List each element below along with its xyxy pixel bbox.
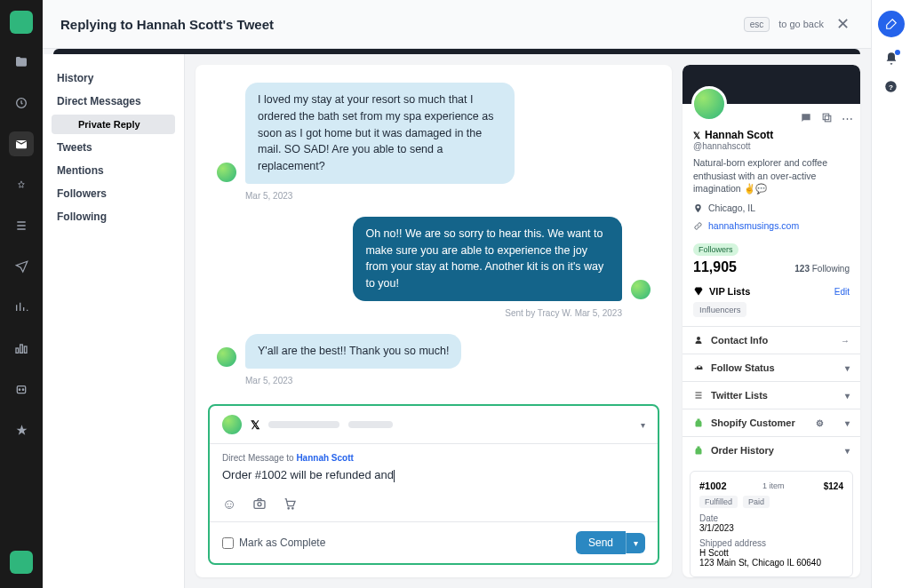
nav-private-reply[interactable]: Private Reply bbox=[52, 115, 175, 134]
esc-key-badge: esc bbox=[744, 17, 770, 32]
nav-direct-messages[interactable]: Direct Messages bbox=[43, 90, 184, 113]
svg-rect-7 bbox=[254, 501, 265, 509]
link-icon bbox=[693, 221, 703, 231]
modal-header: Replying to Hannah Scott's Tweet esc to … bbox=[43, 0, 871, 49]
accordion-shopify-customer[interactable]: Shopify Customer ⚙ ▾ bbox=[682, 409, 860, 437]
nav-chart-icon[interactable] bbox=[9, 336, 34, 361]
accordion-follow-status[interactable]: Follow Status ▾ bbox=[682, 354, 860, 382]
message-sent: Oh no!! We are so sorry to hear this. We… bbox=[217, 217, 651, 301]
nav-history[interactable]: History bbox=[43, 67, 184, 90]
nav-dashboard-icon[interactable] bbox=[9, 91, 34, 115]
chevron-down-icon: ▾ bbox=[845, 446, 850, 456]
ship-name: H Scott bbox=[699, 548, 843, 558]
compose-textarea[interactable]: Order #1002 will be refunded and bbox=[222, 468, 645, 482]
message-timestamp: Mar 5, 2023 bbox=[245, 191, 651, 201]
svg-rect-3 bbox=[24, 346, 27, 353]
accordion-order-history[interactable]: Order History ▾ bbox=[682, 437, 860, 464]
page-title: Replying to Hannah Scott's Tweet bbox=[60, 17, 735, 32]
nav-pin-icon[interactable] bbox=[9, 172, 34, 197]
svg-rect-2 bbox=[20, 345, 23, 353]
avatar bbox=[217, 347, 236, 367]
app-logo[interactable] bbox=[10, 11, 33, 34]
recipient-link[interactable]: Hannah Scott bbox=[296, 453, 353, 463]
accordion-contact-info[interactable]: Contact Info → bbox=[682, 327, 860, 354]
profile-panel: ⋯ 𝕏 Hannah Scott @hannahscott Natural-bo… bbox=[682, 65, 860, 577]
profile-banner: ⋯ bbox=[682, 65, 860, 104]
close-icon[interactable]: ✕ bbox=[833, 11, 853, 37]
profile-url[interactable]: hannahsmusings.com bbox=[708, 220, 799, 231]
nav-tweets[interactable]: Tweets bbox=[43, 136, 184, 159]
nav-followers[interactable]: Followers bbox=[43, 182, 184, 205]
arrow-right-icon: → bbox=[841, 336, 850, 346]
chevron-down-icon: ▾ bbox=[845, 391, 850, 401]
shopify-icon bbox=[693, 445, 704, 456]
gear-icon[interactable]: ⚙ bbox=[816, 418, 824, 428]
vip-lists-label: VIP Lists bbox=[709, 286, 750, 297]
avatar bbox=[631, 280, 651, 299]
camera-icon[interactable] bbox=[252, 497, 267, 513]
right-rail: ? bbox=[871, 0, 910, 588]
order-items: 1 item bbox=[762, 481, 785, 490]
vip-edit-link[interactable]: Edit bbox=[834, 287, 850, 297]
bottom-logo[interactable] bbox=[10, 551, 33, 574]
message-icon[interactable] bbox=[800, 112, 812, 125]
order-status-paid: Paid bbox=[743, 496, 770, 508]
nav-list-icon[interactable] bbox=[9, 213, 34, 238]
nav-analytics-icon[interactable] bbox=[9, 295, 34, 320]
dm-recipient: Direct Message to Hannah Scott bbox=[222, 453, 645, 463]
profile-name: Hannah Scott bbox=[705, 129, 773, 141]
diamond-icon bbox=[693, 286, 704, 297]
followers-badge: Followers bbox=[693, 243, 738, 256]
svg-rect-12 bbox=[823, 114, 829, 120]
help-icon[interactable]: ? bbox=[884, 80, 898, 93]
ship-address: 123 Main St, Chicago IL 60640 bbox=[699, 558, 843, 568]
svg-point-9 bbox=[288, 508, 289, 509]
order-price: $124 bbox=[824, 481, 843, 491]
shipped-address-label: Shipped address bbox=[699, 538, 843, 548]
message-bubble: Oh no!! We are so sorry to hear this. We… bbox=[353, 217, 622, 301]
nav-folder-icon[interactable] bbox=[9, 50, 34, 75]
send-button[interactable]: Send bbox=[576, 531, 626, 554]
emoji-icon[interactable]: ☺ bbox=[222, 497, 236, 513]
svg-rect-11 bbox=[825, 115, 831, 122]
cart-icon[interactable] bbox=[283, 497, 297, 513]
compose-fab[interactable] bbox=[878, 11, 905, 37]
nav-inbox-icon[interactable] bbox=[9, 131, 34, 156]
shopify-icon bbox=[693, 417, 704, 428]
nav-star-icon[interactable] bbox=[9, 417, 34, 442]
profile-accordion: Contact Info → Follow Status ▾ Twitter L… bbox=[682, 326, 860, 577]
chevron-down-icon: ▾ bbox=[845, 418, 850, 428]
notification-bell-icon[interactable] bbox=[884, 52, 898, 66]
following-count: 123 Following bbox=[794, 264, 850, 274]
svg-point-8 bbox=[258, 503, 261, 506]
placeholder-bar bbox=[268, 421, 339, 428]
order-card[interactable]: #1002 1 item $124 Fulfilled Paid Date 3/… bbox=[690, 471, 853, 577]
nav-mentions[interactable]: Mentions bbox=[43, 159, 184, 182]
location-icon bbox=[693, 203, 703, 213]
copy-icon[interactable] bbox=[821, 112, 833, 125]
send-dropdown[interactable]: ▾ bbox=[626, 533, 645, 553]
message-bubble: Y'all are the best!! Thank you so much! bbox=[245, 334, 461, 369]
more-icon[interactable]: ⋯ bbox=[842, 112, 853, 125]
accordion-twitter-lists[interactable]: Twitter Lists ▾ bbox=[682, 382, 860, 409]
composer-avatar bbox=[222, 415, 242, 434]
avatar bbox=[217, 163, 236, 182]
nav-following[interactable]: Following bbox=[43, 205, 184, 228]
message-type-nav: History Direct Messages Private Reply Tw… bbox=[43, 54, 185, 588]
svg-rect-1 bbox=[16, 348, 19, 353]
conversation-panel: I loved my stay at your resort so much t… bbox=[196, 65, 672, 577]
app-sidebar bbox=[0, 0, 43, 588]
nav-send-icon[interactable] bbox=[9, 254, 34, 279]
x-platform-icon: 𝕏 bbox=[251, 418, 259, 432]
chevron-down-icon[interactable]: ▾ bbox=[641, 420, 645, 430]
message-timestamp: Sent by Tracy W. Mar 5, 2023 bbox=[217, 308, 622, 318]
message-timestamp: Mar 5, 2023 bbox=[245, 376, 651, 385]
profile-handle: @hannahscott bbox=[693, 141, 850, 151]
svg-point-6 bbox=[22, 389, 23, 390]
order-status-fulfilled: Fulfilled bbox=[699, 496, 738, 508]
mark-complete-checkbox[interactable]: Mark as Complete bbox=[222, 536, 325, 549]
order-date-label: Date bbox=[699, 513, 843, 523]
nav-robot-icon[interactable] bbox=[9, 377, 34, 401]
message-received: Y'all are the best!! Thank you so much! bbox=[217, 334, 651, 369]
composer-header[interactable]: 𝕏 ▾ bbox=[210, 406, 658, 444]
